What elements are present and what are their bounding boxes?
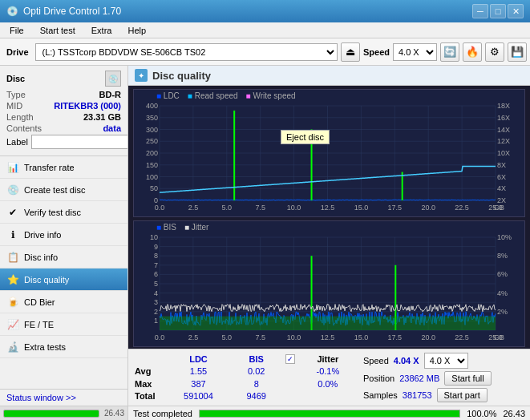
status-window-button[interactable]: Status window >> (0, 389, 127, 406)
nav-fe-te[interactable]: 📈 FE / TE (0, 313, 127, 336)
nav-create-test-disc[interactable]: 💿 Create test disc (0, 179, 127, 201)
bottom-chart-legend: ■ BIS ■ Jitter (156, 223, 208, 232)
app-title: Opti Drive Control 1.70 (23, 6, 121, 17)
speed-label: Speed (363, 47, 390, 57)
transfer-rate-icon: 📊 (6, 161, 19, 174)
disc-mid-row: MID RITEKBR3 (000) (6, 101, 121, 111)
speed-sel[interactable]: 4.0 X 2.0 X (424, 353, 468, 369)
write-speed-legend: ■ Write speed (246, 91, 296, 100)
nav-disc-info[interactable]: 📋 Disc info (0, 246, 127, 269)
max-jitter: 0.0% (299, 378, 357, 390)
save-button[interactable]: 💾 (508, 42, 527, 62)
read-speed-legend: ■ Read speed (188, 91, 238, 100)
disc-title: Disc (6, 74, 25, 83)
nav-cd-bier-label: CD Bier (24, 297, 55, 307)
stats-max-row: Max 387 8 0.0% (135, 378, 357, 390)
disc-length-label: Length (6, 112, 34, 122)
create-test-disc-icon: 💿 (6, 184, 19, 196)
ldc-legend: ■ LDC (156, 91, 180, 100)
progress-bar-inner (4, 410, 99, 417)
disc-info-icon: 📋 (6, 251, 19, 264)
jitter-header: Jitter (299, 353, 357, 365)
disc-contents-value: data (103, 123, 121, 133)
position-value: 23862 MB (399, 374, 439, 383)
sidebar: Disc 💿 Type BD-R MID RITEKBR3 (000) Leng… (0, 66, 128, 420)
menu-start-test[interactable]: Start test (34, 24, 82, 37)
minimize-button[interactable]: ─ (472, 4, 488, 18)
nav-transfer-rate-label: Transfer rate (24, 163, 75, 172)
disc-mid-value: RITEKBR3 (000) (54, 101, 121, 111)
disc-length-row: Length 23.31 GB (6, 112, 121, 122)
nav-transfer-rate[interactable]: 📊 Transfer rate (0, 156, 127, 179)
avg-jitter: -0.1% (299, 365, 357, 378)
content-header: ✦ Disc quality (128, 66, 530, 86)
avg-bis: 0.02 (228, 365, 285, 378)
start-part-button[interactable]: Start part (437, 388, 488, 402)
disc-label-input[interactable] (31, 135, 128, 149)
menu-help[interactable]: Help (121, 24, 152, 37)
menu-file[interactable]: File (3, 24, 30, 37)
avg-label: Avg (135, 365, 169, 378)
content-icon: ✦ (135, 69, 148, 82)
status-window-label: Status window >> (6, 393, 76, 402)
maximize-button[interactable]: □ (490, 4, 506, 18)
disc-type-row: Type BD-R (6, 90, 121, 99)
nav-disc-quality-label: Disc quality (24, 275, 69, 285)
max-ldc: 387 (169, 378, 227, 390)
speed-value: 4.04 X (394, 356, 419, 365)
position-label: Position (363, 374, 394, 383)
close-button[interactable]: ✕ (508, 4, 524, 18)
jitter-checkbox[interactable]: ✓ (285, 354, 295, 364)
nav-extra-tests[interactable]: 🔬 Extra tests (0, 336, 127, 358)
max-label: Max (135, 378, 169, 390)
stats-avg-row: Avg 1.55 0.02 -0.1% (135, 365, 357, 378)
content-title: Disc quality (152, 70, 211, 82)
fe-te-icon: 📈 (6, 318, 19, 331)
nav-drive-info[interactable]: ℹ Drive info (0, 224, 127, 246)
disc-panel: Disc 💿 Type BD-R MID RITEKBR3 (000) Leng… (0, 66, 127, 156)
settings-button[interactable]: ⚙ (485, 42, 504, 62)
refresh-button[interactable]: 🔄 (440, 42, 459, 62)
top-chart-canvas (134, 90, 524, 215)
menubar: File Start test Extra Help (0, 22, 530, 38)
position-row: Position 23862 MB Start full (363, 371, 524, 386)
drive-select[interactable]: (L:) TSSTcorp BDDVDW SE-506CB TS02 (35, 43, 338, 61)
total-ldc: 591004 (169, 390, 227, 403)
disc-label-row: Label 🔍 (6, 135, 121, 149)
stats-total-row: Total 591004 9469 (135, 390, 357, 403)
nav-disc-quality[interactable]: ⭐ Disc quality (0, 269, 127, 291)
titlebar: 💿 Opti Drive Control 1.70 ─ □ ✕ (0, 0, 530, 22)
titlebar-title-area: 💿 Opti Drive Control 1.70 (6, 6, 121, 17)
disc-mid-label: MID (6, 101, 22, 111)
nav-create-test-disc-label: Create test disc (24, 185, 85, 195)
content-area: ✦ Disc quality ■ LDC ■ Read speed ■ Writ… (128, 66, 530, 420)
stats-table: LDC BIS ✓ Jitter Avg 1.55 0.02 -0.1% Max (135, 353, 357, 402)
nav-verify-test-disc[interactable]: ✔ Verify test disc (0, 201, 127, 224)
bis-header: BIS (228, 353, 285, 365)
menu-extra[interactable]: Extra (85, 24, 119, 37)
disc-header: Disc 💿 (6, 71, 121, 87)
drive-label: Drive (3, 47, 32, 57)
speed-select[interactable]: 4.0 X 2.0 X 1.0 X (393, 43, 437, 61)
eject-button[interactable]: ⏏ (341, 42, 360, 62)
nav-cd-bier[interactable]: 🍺 CD Bier (0, 291, 127, 313)
samples-label: Samples (363, 390, 398, 400)
status-progress-outer (199, 410, 460, 418)
start-full-button[interactable]: Start full (444, 371, 491, 386)
status-percent: 100.0% (467, 409, 496, 418)
stats-right-panel: Speed 4.04 X 4.0 X 2.0 X Position 23862 … (363, 353, 524, 402)
status-bar: Test completed 100.0% 26.43 (128, 406, 530, 420)
total-bis: 9469 (228, 390, 285, 403)
speed-row: Speed 4.04 X 4.0 X 2.0 X (363, 353, 524, 369)
samples-value: 381753 (403, 390, 432, 400)
charts-area: ■ LDC ■ Read speed ■ Write speed ■ BIS ■… (128, 86, 530, 349)
disc-length-value: 23.31 GB (83, 112, 121, 122)
burn-button[interactable]: 🔥 (463, 42, 482, 62)
bottom-chart-canvas (134, 221, 524, 345)
disc-contents-row: Contents data (6, 123, 121, 133)
speed-label: Speed (363, 356, 389, 365)
max-bis: 8 (228, 378, 285, 390)
top-chart-container: ■ LDC ■ Read speed ■ Write speed (133, 89, 525, 217)
disc-icon-button[interactable]: 💿 (105, 71, 121, 87)
stats-area: LDC BIS ✓ Jitter Avg 1.55 0.02 -0.1% Max (128, 349, 530, 406)
